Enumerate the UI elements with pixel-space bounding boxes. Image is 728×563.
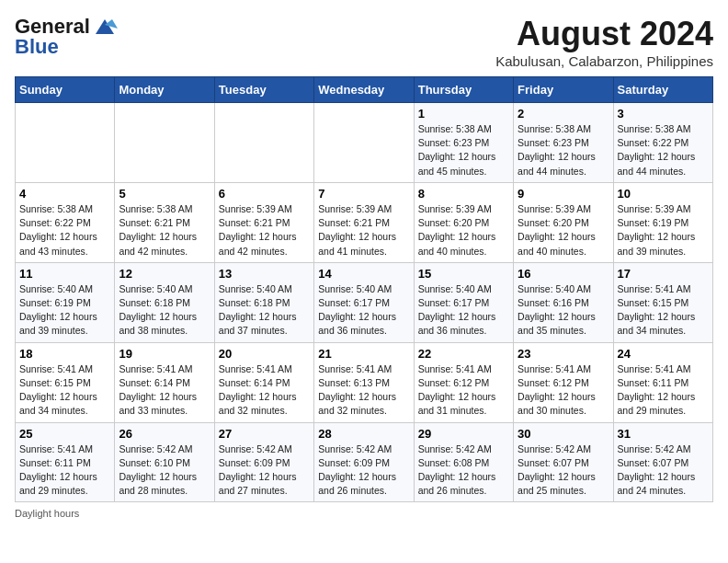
calendar-cell: 16Sunrise: 5:40 AM Sunset: 6:16 PM Dayli… [514,262,613,342]
day-number: 17 [618,267,709,281]
day-info: Sunrise: 5:42 AM Sunset: 6:08 PM Dayligh… [418,442,509,499]
col-header-thursday: Thursday [414,77,513,103]
col-header-saturday: Saturday [613,77,712,103]
day-number: 11 [19,267,110,281]
calendar-cell: 30Sunrise: 5:42 AM Sunset: 6:07 PM Dayli… [514,422,613,502]
logo-blue-text: Blue [15,35,59,59]
day-info: Sunrise: 5:42 AM Sunset: 6:07 PM Dayligh… [618,442,709,499]
title-area: August 2024 Kabulusan, Calabarzon, Phili… [495,15,713,69]
calendar-cell: 28Sunrise: 5:42 AM Sunset: 6:09 PM Dayli… [314,422,414,502]
day-number: 19 [119,347,210,361]
day-info: Sunrise: 5:42 AM Sunset: 6:09 PM Dayligh… [318,442,409,499]
calendar-week-1: 4Sunrise: 5:38 AM Sunset: 6:22 PM Daylig… [16,182,713,262]
calendar-cell: 29Sunrise: 5:42 AM Sunset: 6:08 PM Dayli… [414,422,513,502]
day-info: Sunrise: 5:38 AM Sunset: 6:22 PM Dayligh… [618,122,709,178]
day-number: 13 [219,267,310,281]
day-number: 26 [119,427,210,441]
day-info: Sunrise: 5:40 AM Sunset: 6:18 PM Dayligh… [219,282,310,339]
location: Kabulusan, Calabarzon, Philippines [495,53,713,69]
day-number: 24 [618,347,709,361]
calendar-cell [314,103,414,183]
day-number: 12 [119,267,210,281]
day-info: Sunrise: 5:41 AM Sunset: 6:12 PM Dayligh… [518,362,609,419]
calendar-cell: 15Sunrise: 5:40 AM Sunset: 6:17 PM Dayli… [414,262,513,342]
day-number: 27 [219,427,310,441]
calendar-cell: 21Sunrise: 5:41 AM Sunset: 6:13 PM Dayli… [314,342,414,422]
day-info: Sunrise: 5:41 AM Sunset: 6:11 PM Dayligh… [618,362,709,419]
day-number: 3 [618,107,709,121]
calendar-cell: 12Sunrise: 5:40 AM Sunset: 6:18 PM Dayli… [115,262,214,342]
calendar-cell [16,103,115,183]
day-info: Sunrise: 5:41 AM Sunset: 6:11 PM Dayligh… [19,442,110,499]
calendar-cell: 8Sunrise: 5:39 AM Sunset: 6:20 PM Daylig… [414,182,513,262]
calendar-cell [115,103,214,183]
calendar-header-row: SundayMondayTuesdayWednesdayThursdayFrid… [16,77,713,103]
day-number: 30 [518,427,609,441]
day-info: Sunrise: 5:38 AM Sunset: 6:21 PM Dayligh… [119,202,210,259]
day-info: Sunrise: 5:39 AM Sunset: 6:19 PM Dayligh… [618,202,709,259]
logo-icon [92,16,118,36]
calendar-table: SundayMondayTuesdayWednesdayThursdayFrid… [15,76,713,502]
day-number: 21 [318,347,409,361]
daylight-hours-label: Daylight hours [15,508,79,519]
calendar-cell: 2Sunrise: 5:38 AM Sunset: 6:23 PM Daylig… [514,103,613,183]
calendar-cell: 20Sunrise: 5:41 AM Sunset: 6:14 PM Dayli… [214,342,313,422]
day-info: Sunrise: 5:42 AM Sunset: 6:09 PM Dayligh… [219,442,310,499]
day-info: Sunrise: 5:38 AM Sunset: 6:22 PM Dayligh… [19,202,110,259]
calendar-week-3: 18Sunrise: 5:41 AM Sunset: 6:15 PM Dayli… [16,342,713,422]
day-number: 18 [19,347,110,361]
day-number: 31 [618,427,709,441]
calendar-cell: 25Sunrise: 5:41 AM Sunset: 6:11 PM Dayli… [16,422,115,502]
day-number: 2 [518,107,609,121]
day-info: Sunrise: 5:38 AM Sunset: 6:23 PM Dayligh… [418,122,509,178]
calendar-cell: 3Sunrise: 5:38 AM Sunset: 6:22 PM Daylig… [613,103,712,183]
calendar-cell: 4Sunrise: 5:38 AM Sunset: 6:22 PM Daylig… [16,182,115,262]
col-header-wednesday: Wednesday [314,77,414,103]
day-number: 20 [219,347,310,361]
day-info: Sunrise: 5:41 AM Sunset: 6:14 PM Dayligh… [219,362,310,419]
calendar-cell: 13Sunrise: 5:40 AM Sunset: 6:18 PM Dayli… [214,262,313,342]
calendar-cell: 17Sunrise: 5:41 AM Sunset: 6:15 PM Dayli… [613,262,712,342]
day-info: Sunrise: 5:39 AM Sunset: 6:21 PM Dayligh… [219,202,310,259]
calendar-cell: 1Sunrise: 5:38 AM Sunset: 6:23 PM Daylig… [414,103,513,183]
day-info: Sunrise: 5:40 AM Sunset: 6:17 PM Dayligh… [418,282,509,339]
day-number: 9 [518,187,609,201]
calendar-cell: 7Sunrise: 5:39 AM Sunset: 6:21 PM Daylig… [314,182,414,262]
day-number: 5 [119,187,210,201]
calendar-cell: 5Sunrise: 5:38 AM Sunset: 6:21 PM Daylig… [115,182,214,262]
day-info: Sunrise: 5:40 AM Sunset: 6:17 PM Dayligh… [318,282,409,339]
calendar-week-0: 1Sunrise: 5:38 AM Sunset: 6:23 PM Daylig… [16,103,713,183]
calendar-cell: 11Sunrise: 5:40 AM Sunset: 6:19 PM Dayli… [16,262,115,342]
day-number: 10 [618,187,709,201]
calendar-cell: 10Sunrise: 5:39 AM Sunset: 6:19 PM Dayli… [613,182,712,262]
col-header-tuesday: Tuesday [214,77,313,103]
day-info: Sunrise: 5:39 AM Sunset: 6:20 PM Dayligh… [518,202,609,259]
day-number: 15 [418,267,509,281]
day-info: Sunrise: 5:41 AM Sunset: 6:13 PM Dayligh… [318,362,409,419]
day-number: 23 [518,347,609,361]
day-info: Sunrise: 5:40 AM Sunset: 6:19 PM Dayligh… [19,282,110,339]
day-number: 14 [318,267,409,281]
calendar-cell: 22Sunrise: 5:41 AM Sunset: 6:12 PM Dayli… [414,342,513,422]
day-info: Sunrise: 5:39 AM Sunset: 6:20 PM Dayligh… [418,202,509,259]
col-header-friday: Friday [514,77,613,103]
day-info: Sunrise: 5:41 AM Sunset: 6:12 PM Dayligh… [418,362,509,419]
day-info: Sunrise: 5:40 AM Sunset: 6:18 PM Dayligh… [119,282,210,339]
day-number: 4 [19,187,110,201]
col-header-sunday: Sunday [16,77,115,103]
footer: Daylight hours [15,508,713,519]
month-title: August 2024 [495,15,713,53]
col-header-monday: Monday [115,77,214,103]
calendar-cell: 14Sunrise: 5:40 AM Sunset: 6:17 PM Dayli… [314,262,414,342]
day-number: 29 [418,427,509,441]
calendar-cell: 24Sunrise: 5:41 AM Sunset: 6:11 PM Dayli… [613,342,712,422]
calendar-cell: 27Sunrise: 5:42 AM Sunset: 6:09 PM Dayli… [214,422,313,502]
day-info: Sunrise: 5:41 AM Sunset: 6:15 PM Dayligh… [19,362,110,419]
calendar-cell: 23Sunrise: 5:41 AM Sunset: 6:12 PM Dayli… [514,342,613,422]
day-number: 6 [219,187,310,201]
calendar-cell [214,103,313,183]
day-info: Sunrise: 5:40 AM Sunset: 6:16 PM Dayligh… [518,282,609,339]
day-info: Sunrise: 5:42 AM Sunset: 6:07 PM Dayligh… [518,442,609,499]
calendar-cell: 9Sunrise: 5:39 AM Sunset: 6:20 PM Daylig… [514,182,613,262]
calendar-week-4: 25Sunrise: 5:41 AM Sunset: 6:11 PM Dayli… [16,422,713,502]
